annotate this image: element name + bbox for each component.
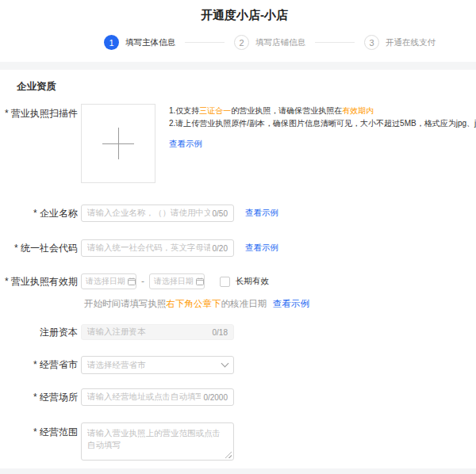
social-code-placeholder: 请输入统一社会代码，英文字母请大写 bbox=[87, 243, 210, 254]
help-suffix: 的核准日期 bbox=[221, 299, 267, 308]
help-prefix: 开始时间请填写执照 bbox=[84, 299, 167, 308]
note1-highlight-validity: 有效期内 bbox=[342, 106, 374, 115]
field-province-city: * 经营省市 请选择经营省市 bbox=[0, 356, 476, 374]
upload-note-line-2: 2.请上传营业执照原件/副本，确保图片信息清晰可见，大小不超过5MB，格式应为j… bbox=[169, 117, 476, 130]
calendar-icon bbox=[196, 277, 204, 285]
license-validity-label: * 营业执照有效期 bbox=[0, 275, 81, 289]
validity-end-date-input[interactable]: 请选择日期 bbox=[149, 273, 205, 289]
section-divider-band bbox=[0, 62, 476, 70]
business-scope-placeholder: 请输入营业执照上的营业范围或点击自动填写 bbox=[87, 427, 228, 451]
step-1-subject-info: 1 填写主体信息 bbox=[104, 35, 175, 50]
note1-prefix: 1.仅支持 bbox=[169, 106, 199, 115]
upload-notes: 1.仅支持三证合一的营业执照，请确保营业执照在有效期内 2.请上传营业执照原件/… bbox=[169, 104, 476, 151]
validity-help-text: 开始时间请填写执照右下角公章下的核准日期查看示例 bbox=[0, 298, 476, 310]
note1-middle: 的营业执照，请确保营业执照在 bbox=[231, 106, 342, 115]
business-place-label: * 经营场所 bbox=[0, 391, 81, 404]
business-place-input[interactable]: 请输入经营地址或点击自动填写 0/2000 bbox=[81, 388, 234, 406]
registered-capital-input[interactable]: 请输入注册资本 0/18 bbox=[81, 324, 234, 340]
province-city-placeholder: 请选择经营省市 bbox=[87, 360, 222, 371]
social-code-counter: 0/20 bbox=[213, 244, 228, 253]
social-code-example-link[interactable]: 查看示例 bbox=[245, 243, 278, 254]
field-registered-capital: 注册资本 请输入注册资本 0/18 bbox=[0, 324, 476, 340]
help-highlight: 右下角公章下 bbox=[167, 299, 221, 308]
end-date-placeholder: 请选择日期 bbox=[154, 276, 194, 287]
license-upload-dropzone[interactable] bbox=[81, 104, 155, 183]
upload-note-line-1: 1.仅支持三证合一的营业执照，请确保营业执照在有效期内 bbox=[169, 105, 476, 117]
business-place-counter: 0/2000 bbox=[203, 393, 228, 402]
company-name-counter: 0/50 bbox=[213, 209, 228, 218]
step-2-number: 2 bbox=[234, 35, 249, 50]
step-connector bbox=[315, 42, 355, 43]
note1-highlight-sanzhengheyi: 三证合一 bbox=[199, 106, 231, 115]
wizard-header: 开通度小店-小店 1 填写主体信息 2 填写店铺信息 3 开通在线支付 bbox=[0, 0, 476, 62]
company-name-placeholder: 请输入企业名称，（）请使用中文 bbox=[87, 208, 210, 219]
chevron-down-icon bbox=[221, 360, 229, 368]
bottom-divider-band bbox=[0, 468, 476, 474]
date-range-separator: - bbox=[141, 276, 144, 287]
field-business-scope: * 经营范围 请输入营业执照上的营业范围或点击自动填写 bbox=[0, 422, 476, 461]
social-code-input[interactable]: 请输入统一社会代码，英文字母请大写 0/20 bbox=[81, 239, 234, 257]
company-name-input[interactable]: 请输入企业名称，（）请使用中文 0/50 bbox=[81, 205, 234, 222]
calendar-icon bbox=[128, 277, 136, 285]
start-date-placeholder: 请选择日期 bbox=[86, 276, 125, 287]
field-business-place: * 经营场所 请输入经营地址或点击自动填写 0/2000 bbox=[0, 388, 476, 406]
form-main: 企业资质 * 营业执照扫描件 1.仅支持三证合一的营业执照，请确保营业执照在有效… bbox=[0, 70, 476, 468]
long-term-valid-label: 长期有效 bbox=[236, 276, 269, 287]
license-scan-label: * 营业执照扫描件 bbox=[0, 104, 81, 120]
field-license-validity: * 营业执照有效期 请选择日期 - 请选择日期 长期有效 bbox=[0, 273, 476, 289]
plus-icon bbox=[102, 128, 134, 159]
field-company-name: * 企业名称 请输入企业名称，（）请使用中文 0/50 查看示例 bbox=[0, 205, 476, 222]
province-city-label: * 经营省市 bbox=[0, 358, 81, 372]
step-3-label: 开通在线支付 bbox=[386, 37, 436, 48]
registered-capital-counter: 0/18 bbox=[213, 328, 228, 337]
page-title: 开通度小店-小店 bbox=[0, 0, 476, 23]
long-term-valid-checkbox[interactable] bbox=[220, 277, 230, 287]
step-1-number: 1 bbox=[104, 35, 119, 50]
business-scope-label: * 经营范围 bbox=[0, 422, 81, 439]
step-2-label: 填写店铺信息 bbox=[255, 37, 305, 48]
company-name-example-link[interactable]: 查看示例 bbox=[245, 208, 278, 219]
field-social-code: * 统一社会代码 请输入统一社会代码，英文字母请大写 0/20 查看示例 bbox=[0, 239, 476, 257]
shop-open-page: 开通度小店-小店 1 填写主体信息 2 填写店铺信息 3 开通在线支付 企业资质… bbox=[0, 0, 476, 474]
textarea-resize-handle[interactable] bbox=[225, 451, 232, 458]
province-city-select[interactable]: 请选择经营省市 bbox=[81, 356, 234, 374]
business-place-placeholder: 请输入经营地址或点击自动填写 bbox=[87, 392, 201, 403]
license-view-example-link[interactable]: 查看示例 bbox=[169, 137, 202, 150]
section-title: 企业资质 bbox=[17, 80, 476, 94]
registered-capital-label: 注册资本 bbox=[0, 326, 81, 339]
business-scope-textarea[interactable]: 请输入营业执照上的营业范围或点击自动填写 bbox=[81, 422, 234, 461]
step-1-label: 填写主体信息 bbox=[125, 37, 175, 48]
registered-capital-placeholder: 请输入注册资本 bbox=[87, 327, 210, 338]
validity-start-date-input[interactable]: 请选择日期 bbox=[81, 273, 136, 289]
company-name-label: * 企业名称 bbox=[0, 207, 81, 220]
field-license-scan: * 营业执照扫描件 1.仅支持三证合一的营业执照，请确保营业执照在有效期内 2.… bbox=[0, 104, 476, 183]
step-2-shop-info: 2 填写店铺信息 bbox=[234, 35, 305, 50]
validity-example-link[interactable]: 查看示例 bbox=[273, 299, 309, 308]
social-code-label: * 统一社会代码 bbox=[0, 242, 81, 255]
stepper: 1 填写主体信息 2 填写店铺信息 3 开通在线支付 bbox=[0, 35, 476, 50]
step-3-number: 3 bbox=[364, 35, 379, 50]
step-connector bbox=[185, 42, 225, 43]
step-3-online-payment: 3 开通在线支付 bbox=[364, 35, 436, 50]
